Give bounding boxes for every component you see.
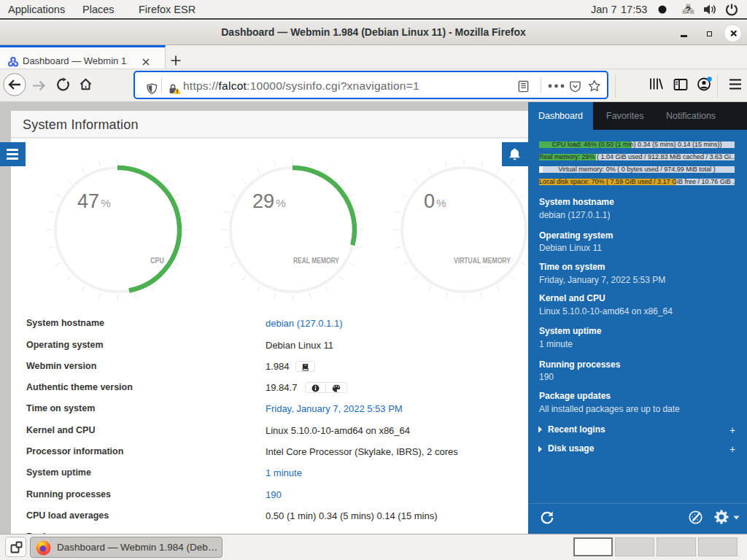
svg-text:29%: 29% [252,190,286,212]
svg-text:REAL MEMORY: REAL MEMORY [293,256,339,265]
svg-text:47%: 47% [77,190,111,212]
svg-text:CPU: CPU [150,256,164,265]
svg-text:?: ? [685,4,691,15]
svg-text:0%: 0% [424,190,446,212]
svg-text:VIRTUAL MEMORY: VIRTUAL MEMORY [454,256,511,265]
